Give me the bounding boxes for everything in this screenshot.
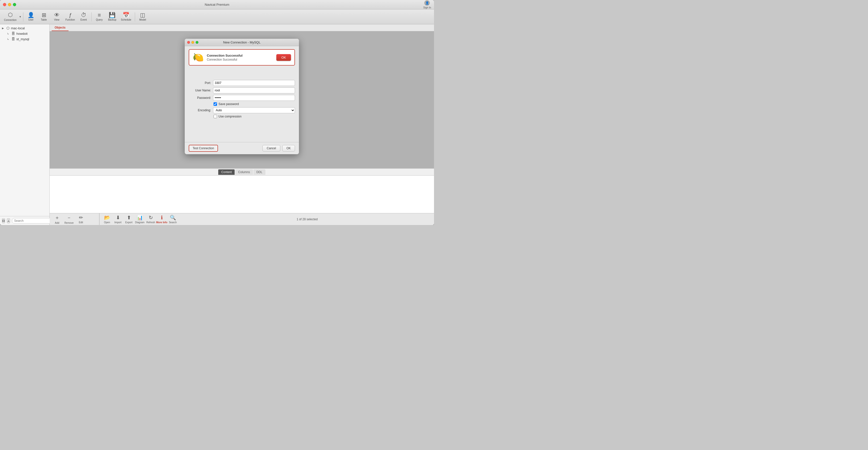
event-icon: ⏱ [81, 12, 86, 18]
export-icon: ⬆ [127, 215, 131, 220]
dialog-minimize-button[interactable] [191, 41, 194, 44]
connection-dropdown-arrow[interactable]: ▼ [19, 16, 22, 18]
user-icon: 👤 [28, 12, 34, 18]
close-button[interactable] [3, 3, 6, 6]
search-action[interactable]: 🔍 Search [167, 215, 178, 224]
edit-action[interactable]: ✏ Edit [75, 215, 86, 224]
tab-content[interactable]: Content [218, 169, 235, 175]
toolbar-view[interactable]: 👁 View [51, 11, 63, 22]
bottom-tabs: Content Columns DDL [50, 169, 434, 176]
toolbar-separator-3 [135, 12, 135, 21]
bottom-panel: Content Columns DDL [50, 169, 434, 213]
title-bar: Navicat Premium 👤 Sign In [0, 0, 434, 9]
sidebar-label-howdoit: howdoit [17, 32, 28, 35]
import-action[interactable]: ⬇ Import [113, 215, 123, 224]
refresh-action[interactable]: ↻ Refresh [145, 215, 156, 224]
use-compression-row: Use compression [214, 115, 295, 118]
title-bar-right: 👤 Sign In [423, 0, 431, 9]
port-label: Port: [189, 81, 211, 85]
test-connection-button[interactable]: Test Connection [189, 145, 218, 152]
user-avatar-icon: 👤 [424, 0, 430, 6]
toolbar-backup[interactable]: 💾 Backup [106, 11, 118, 22]
diagram-label: Diagram [135, 221, 145, 224]
sidebar-tree: ▶ ⬡ mac-local ↳ 🗄 howdoit ↳ 🗄 st_mysql [0, 24, 50, 216]
sidebar-item-mac-local[interactable]: ▶ ⬡ mac-local [0, 25, 50, 31]
remove-action[interactable]: － Remove [64, 214, 74, 224]
toolbar-model[interactable]: ◫ Model [136, 11, 149, 22]
dialog-form: Port: User Name: Password: [185, 68, 299, 142]
edit-label: Edit [79, 221, 83, 224]
cancel-button[interactable]: Cancel [262, 145, 280, 151]
modal-overlay: New Connection - MySQL 🍋 Connection Succ… [50, 31, 434, 169]
export-action[interactable]: ⬆ Export [123, 215, 134, 224]
toolbar-table[interactable]: ⊞ Table [38, 11, 50, 22]
toolbar-schedule[interactable]: 📅 Schedule [119, 11, 133, 22]
toolbar-event[interactable]: ⏱ Event [78, 11, 90, 22]
howdoit-arrow: ↳ [7, 32, 10, 35]
maximize-button[interactable] [13, 3, 16, 6]
add-label: Add [55, 221, 59, 224]
open-action[interactable]: 📂 Open [101, 215, 113, 224]
success-notification: 🍋 Connection Successful Connection Succe… [189, 49, 295, 66]
add-action[interactable]: ＋ Add [52, 214, 63, 224]
tab-ddl[interactable]: DDL [253, 169, 266, 175]
password-row: Password: [189, 95, 295, 101]
dialog-close-button[interactable] [187, 41, 190, 44]
connection-tree-icon: ⬡ [6, 26, 9, 30]
diagram-action[interactable]: 📊 Diagram [134, 215, 145, 224]
sidebar-toggle-button-2[interactable]: ⊥ [7, 218, 10, 223]
query-icon: ≡ [98, 12, 101, 18]
sidebar-bottom: ⊡ ⊥ [0, 216, 50, 225]
ok-button[interactable]: OK [282, 145, 295, 151]
main-content: ▶ ⬡ mac-local ↳ 🗄 howdoit ↳ 🗄 st_mysql [0, 24, 434, 225]
navicat-logo-icon: 🍋 [193, 52, 204, 63]
status-bar: ＋ Add － Remove ✏ Edit 📂 Open [50, 213, 434, 225]
sidebar-toggle-button[interactable]: ⊡ [2, 218, 5, 223]
dialog-maximize-button[interactable] [196, 41, 198, 44]
event-label: Event [81, 19, 87, 21]
schedule-icon: 📅 [123, 12, 129, 18]
more-info-action[interactable]: ℹ More Info [156, 215, 167, 224]
sidebar-label-st-mysql: st_mysql [17, 37, 29, 41]
database-icon-howdoit: 🗄 [11, 32, 15, 35]
port-input[interactable] [213, 80, 295, 86]
record-info: 1 of 28 selected [180, 217, 434, 221]
status-right-actions: 📂 Open ⬇ Import ⬆ Export 📊 Diagram [99, 213, 180, 225]
tab-objects[interactable]: Objects [52, 25, 68, 31]
toolbar-user[interactable]: 👤 User [25, 11, 37, 22]
expand-arrow-icon: ▶ [2, 27, 5, 30]
view-icon: 👁 [54, 12, 60, 18]
notification-ok-button[interactable]: OK [276, 54, 291, 61]
password-input[interactable] [213, 95, 295, 101]
edit-icon: ✏ [79, 215, 83, 220]
encoding-label: Encoding: [189, 109, 211, 112]
backup-icon: 💾 [109, 12, 116, 18]
success-title: Connection Successful [207, 54, 273, 57]
function-label: Function [66, 19, 75, 21]
save-password-checkbox[interactable] [214, 102, 217, 106]
minimize-button[interactable] [8, 3, 11, 6]
bottom-content-area [50, 176, 434, 213]
toolbar-query[interactable]: ≡ Query [93, 11, 105, 22]
toolbar-connection[interactable]: ⬡ Connection [2, 11, 19, 22]
encoding-select[interactable]: Auto UTF-8 Latin-1 [213, 107, 295, 113]
remove-label: Remove [64, 221, 73, 224]
sidebar-item-st-mysql[interactable]: ↳ 🗄 st_mysql [0, 36, 50, 42]
use-compression-checkbox[interactable] [214, 115, 217, 118]
st-mysql-arrow: ↳ [7, 38, 10, 40]
tab-columns[interactable]: Columns [235, 169, 253, 175]
table-label: Table [41, 19, 47, 21]
sidebar-label-mac-local: mac-local [11, 26, 25, 30]
app-title: Navicat Premium [205, 3, 229, 6]
sidebar-search-input[interactable] [12, 218, 54, 223]
username-input[interactable] [213, 87, 295, 93]
dialog-buttons: Test Connection Cancel OK [185, 142, 299, 154]
sign-in-button[interactable]: 👤 Sign In [423, 0, 431, 9]
sidebar-item-howdoit[interactable]: ↳ 🗄 howdoit [0, 31, 50, 36]
right-panel: Objects New Conn [50, 24, 434, 225]
toolbar-function[interactable]: ƒ Function [64, 11, 77, 22]
sign-in-label: Sign In [423, 6, 431, 9]
objects-tab-bar: Objects [50, 24, 434, 31]
table-icon: ⊞ [42, 12, 46, 18]
backup-label: Backup [108, 19, 116, 21]
